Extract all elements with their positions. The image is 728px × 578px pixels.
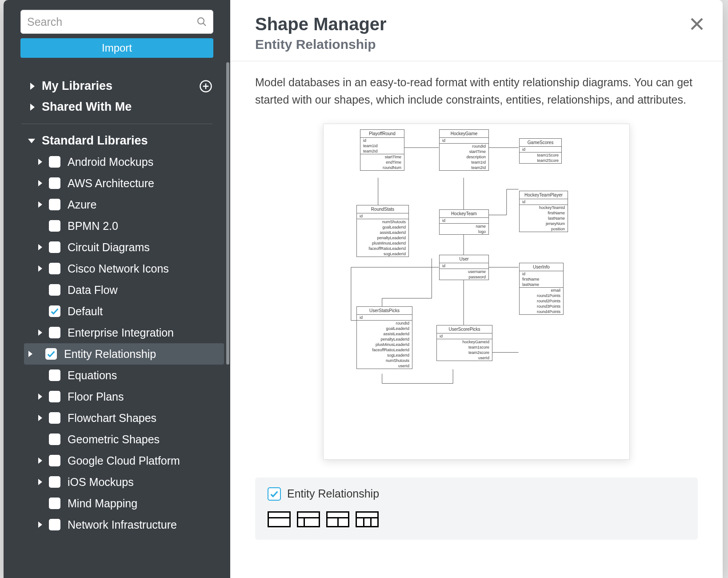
- svg-point-0: [198, 18, 204, 24]
- entity-shape-2[interactable]: [297, 511, 320, 527]
- main-body: Model databases in an easy-to-read forma…: [230, 61, 723, 578]
- library-label: Mind Mapping: [68, 497, 137, 510]
- library-checkbox[interactable]: [49, 369, 60, 381]
- library-checkbox[interactable]: [49, 455, 60, 466]
- library-item[interactable]: Geometric Shapes: [4, 429, 230, 450]
- page-subtitle: Entity Relationship: [255, 37, 698, 52]
- library-item[interactable]: Equations: [4, 365, 230, 386]
- group-standard-libraries[interactable]: Standard Libraries: [4, 130, 230, 151]
- close-icon[interactable]: [689, 16, 705, 32]
- caret-right-icon: [38, 329, 42, 336]
- library-item[interactable]: Entity Relationship: [24, 343, 224, 365]
- erd-entity: PlayoffRoundidteam1Idteam2IdstartTimeend…: [360, 129, 404, 171]
- library-item[interactable]: Android Mockups: [4, 151, 230, 173]
- library-checkbox[interactable]: [49, 241, 60, 253]
- library-label: Cisco Network Icons: [68, 262, 169, 275]
- group-label: Standard Libraries: [42, 134, 148, 148]
- library-label: Enterprise Integration: [68, 326, 174, 339]
- library-checkbox[interactable]: [49, 498, 60, 509]
- library-checkbox[interactable]: [49, 284, 60, 296]
- library-list: Android MockupsAWS ArchitectureAzureBPMN…: [4, 151, 230, 535]
- erd-entity: UserInfoidfirstNamelastNameemailround1Po…: [519, 263, 564, 315]
- search-input[interactable]: [20, 10, 213, 34]
- library-checkbox[interactable]: [49, 412, 60, 424]
- library-item[interactable]: Enterprise Integration: [4, 322, 230, 343]
- entity-shape-3[interactable]: [326, 511, 349, 527]
- footer-checkbox[interactable]: [268, 487, 281, 501]
- library-checkbox[interactable]: [49, 305, 60, 317]
- caret-right-icon: [38, 159, 42, 165]
- erd-entity: GameScoresidteam1Scoreteam2Score: [519, 138, 562, 164]
- library-item[interactable]: Floor Plans: [4, 386, 230, 407]
- library-label: Geometric Shapes: [68, 433, 160, 446]
- library-item[interactable]: Google Cloud Platform: [4, 450, 230, 471]
- library-item[interactable]: Azure: [4, 194, 230, 215]
- shape-manager-modal: Import My Libraries Shared With Me Stand…: [4, 0, 723, 578]
- tree-scrollbar[interactable]: [226, 62, 230, 578]
- library-label: Google Cloud Platform: [68, 454, 180, 467]
- library-checkbox[interactable]: [49, 434, 60, 445]
- library-item[interactable]: Mind Mapping: [4, 493, 230, 514]
- entity-shape-4[interactable]: [356, 511, 379, 527]
- library-label: Default: [68, 305, 103, 318]
- erd-entity: UserStatsPicksidroundIdgoalLeaderIdassis…: [356, 306, 412, 369]
- footer-label: Entity Relationship: [287, 487, 379, 500]
- library-label: AWS Architecture: [68, 177, 154, 190]
- erd-entity: RoundStatsidnumShutoutsgoalLeaderIdassis…: [356, 205, 409, 257]
- library-checkbox[interactable]: [49, 220, 60, 232]
- caret-right-icon: [38, 479, 42, 485]
- caret-right-icon: [38, 458, 42, 464]
- sidebar-divider: [21, 124, 212, 124]
- library-checkbox[interactable]: [49, 391, 60, 402]
- caret-right-icon: [38, 201, 42, 208]
- caret-right-icon: [38, 265, 42, 272]
- library-label: Floor Plans: [68, 390, 124, 403]
- library-description: Model databases in an easy-to-read forma…: [255, 74, 698, 108]
- search-icon: [196, 16, 207, 27]
- search-wrap: [20, 10, 213, 34]
- group-my-libraries[interactable]: My Libraries: [4, 76, 230, 96]
- library-checkbox[interactable]: [49, 327, 60, 338]
- footer-check-row[interactable]: Entity Relationship: [268, 487, 685, 501]
- erd-entity: HockeyTeamPlayeridhockeyTeamIdfirstNamel…: [519, 191, 568, 232]
- scroll-thumb[interactable]: [226, 62, 229, 365]
- library-item[interactable]: iOS Mockups: [4, 471, 230, 493]
- library-item[interactable]: Cisco Network Icons: [4, 258, 230, 279]
- library-preview: PlayoffRoundidteam1Idteam2IdstartTimeend…: [323, 124, 630, 460]
- library-checkbox[interactable]: [49, 519, 60, 530]
- library-item[interactable]: BPMN 2.0: [4, 215, 230, 237]
- group-shared-with-me[interactable]: Shared With Me: [4, 96, 230, 117]
- erd-diagram: PlayoffRoundidteam1Idteam2IdstartTimeend…: [329, 129, 624, 454]
- caret-right-icon: [38, 415, 42, 421]
- library-footer-card: Entity Relationship: [255, 478, 698, 540]
- library-checkbox[interactable]: [49, 177, 60, 189]
- library-item[interactable]: Circuit Diagrams: [4, 237, 230, 258]
- group-label: My Libraries: [42, 79, 112, 93]
- library-label: Azure: [68, 198, 96, 211]
- erd-entity: HockeyTeamidnamelogo: [439, 209, 489, 235]
- page-title: Shape Manager: [255, 14, 698, 34]
- caret-right-icon: [38, 244, 42, 250]
- library-label: Android Mockups: [68, 156, 153, 169]
- add-library-icon[interactable]: [199, 80, 212, 93]
- caret-down-icon: [28, 139, 35, 143]
- library-checkbox[interactable]: [49, 476, 60, 488]
- entity-shape-1[interactable]: [268, 511, 291, 527]
- sidebar: Import My Libraries Shared With Me Stand…: [4, 0, 230, 578]
- caret-right-icon: [38, 522, 42, 528]
- svg-line-1: [203, 23, 206, 26]
- library-item[interactable]: Data Flow: [4, 279, 230, 301]
- library-item[interactable]: Flowchart Shapes: [4, 407, 230, 429]
- library-label: Equations: [68, 369, 117, 382]
- library-checkbox[interactable]: [49, 156, 60, 168]
- library-item[interactable]: Network Infrastructure: [4, 514, 230, 535]
- library-checkbox[interactable]: [45, 348, 57, 360]
- library-item[interactable]: AWS Architecture: [4, 173, 230, 194]
- library-item[interactable]: Default: [4, 301, 230, 322]
- library-checkbox[interactable]: [49, 263, 60, 274]
- library-checkbox[interactable]: [49, 199, 60, 210]
- import-button[interactable]: Import: [20, 38, 213, 58]
- library-tree: My Libraries Shared With Me Standard Lib…: [4, 62, 230, 578]
- library-label: Entity Relationship: [64, 348, 156, 361]
- library-label: iOS Mockups: [68, 476, 134, 489]
